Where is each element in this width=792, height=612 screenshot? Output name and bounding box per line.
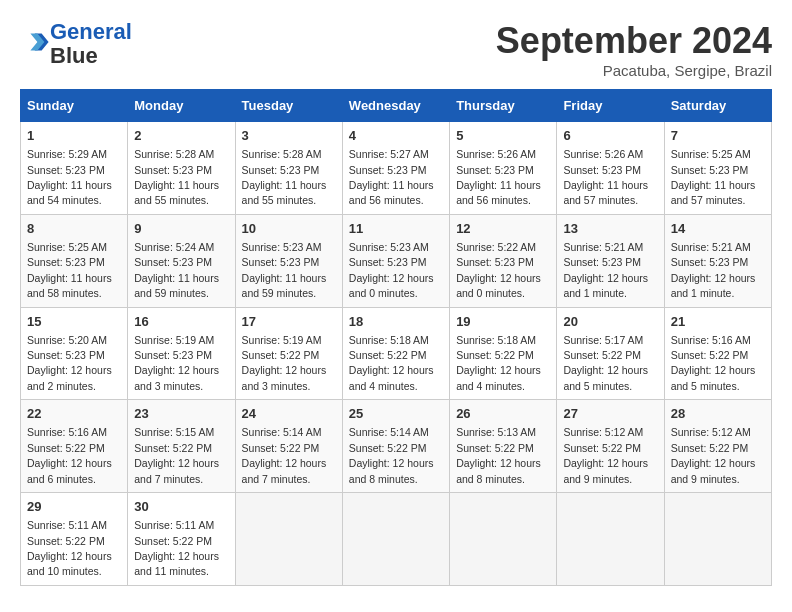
day-info: Sunrise: 5:13 AMSunset: 5:22 PMDaylight:…: [456, 426, 541, 484]
calendar-cell: 20Sunrise: 5:17 AMSunset: 5:22 PMDayligh…: [557, 307, 664, 400]
calendar-cell: [342, 493, 449, 586]
header-thursday: Thursday: [450, 90, 557, 122]
day-info: Sunrise: 5:18 AMSunset: 5:22 PMDaylight:…: [456, 334, 541, 392]
day-info: Sunrise: 5:20 AMSunset: 5:23 PMDaylight:…: [27, 334, 112, 392]
calendar-cell: 12Sunrise: 5:22 AMSunset: 5:23 PMDayligh…: [450, 214, 557, 307]
day-info: Sunrise: 5:19 AMSunset: 5:22 PMDaylight:…: [242, 334, 327, 392]
day-number: 26: [456, 405, 550, 423]
calendar-cell: 1Sunrise: 5:29 AMSunset: 5:23 PMDaylight…: [21, 122, 128, 215]
calendar-cell: 13Sunrise: 5:21 AMSunset: 5:23 PMDayligh…: [557, 214, 664, 307]
calendar-cell: 18Sunrise: 5:18 AMSunset: 5:22 PMDayligh…: [342, 307, 449, 400]
day-info: Sunrise: 5:16 AMSunset: 5:22 PMDaylight:…: [671, 334, 756, 392]
header-saturday: Saturday: [664, 90, 771, 122]
day-info: Sunrise: 5:22 AMSunset: 5:23 PMDaylight:…: [456, 241, 541, 299]
day-number: 3: [242, 127, 336, 145]
calendar-cell: 4Sunrise: 5:27 AMSunset: 5:23 PMDaylight…: [342, 122, 449, 215]
day-number: 5: [456, 127, 550, 145]
calendar-cell: 21Sunrise: 5:16 AMSunset: 5:22 PMDayligh…: [664, 307, 771, 400]
header-sunday: Sunday: [21, 90, 128, 122]
day-number: 29: [27, 498, 121, 516]
calendar-cell: 11Sunrise: 5:23 AMSunset: 5:23 PMDayligh…: [342, 214, 449, 307]
header-tuesday: Tuesday: [235, 90, 342, 122]
day-number: 14: [671, 220, 765, 238]
calendar-cell: 30Sunrise: 5:11 AMSunset: 5:22 PMDayligh…: [128, 493, 235, 586]
day-info: Sunrise: 5:12 AMSunset: 5:22 PMDaylight:…: [563, 426, 648, 484]
day-info: Sunrise: 5:26 AMSunset: 5:23 PMDaylight:…: [456, 148, 541, 206]
calendar-cell: 5Sunrise: 5:26 AMSunset: 5:23 PMDaylight…: [450, 122, 557, 215]
day-number: 20: [563, 313, 657, 331]
day-number: 27: [563, 405, 657, 423]
day-number: 22: [27, 405, 121, 423]
calendar-cell: 10Sunrise: 5:23 AMSunset: 5:23 PMDayligh…: [235, 214, 342, 307]
calendar-cell: 7Sunrise: 5:25 AMSunset: 5:23 PMDaylight…: [664, 122, 771, 215]
day-number: 21: [671, 313, 765, 331]
header-wednesday: Wednesday: [342, 90, 449, 122]
calendar-header-row: Sunday Monday Tuesday Wednesday Thursday…: [21, 90, 772, 122]
page-header: GeneralBlue September 2024 Pacatuba, Ser…: [20, 20, 772, 79]
day-number: 9: [134, 220, 228, 238]
day-number: 13: [563, 220, 657, 238]
calendar-row: 15Sunrise: 5:20 AMSunset: 5:23 PMDayligh…: [21, 307, 772, 400]
day-info: Sunrise: 5:16 AMSunset: 5:22 PMDaylight:…: [27, 426, 112, 484]
day-info: Sunrise: 5:28 AMSunset: 5:23 PMDaylight:…: [134, 148, 219, 206]
day-number: 23: [134, 405, 228, 423]
month-title: September 2024: [496, 20, 772, 62]
day-number: 2: [134, 127, 228, 145]
day-info: Sunrise: 5:23 AMSunset: 5:23 PMDaylight:…: [242, 241, 327, 299]
day-number: 1: [27, 127, 121, 145]
calendar-cell: 17Sunrise: 5:19 AMSunset: 5:22 PMDayligh…: [235, 307, 342, 400]
day-number: 16: [134, 313, 228, 331]
day-number: 4: [349, 127, 443, 145]
calendar-cell: 9Sunrise: 5:24 AMSunset: 5:23 PMDaylight…: [128, 214, 235, 307]
calendar-cell: 16Sunrise: 5:19 AMSunset: 5:23 PMDayligh…: [128, 307, 235, 400]
day-info: Sunrise: 5:23 AMSunset: 5:23 PMDaylight:…: [349, 241, 434, 299]
day-info: Sunrise: 5:25 AMSunset: 5:23 PMDaylight:…: [671, 148, 756, 206]
logo-icon: [22, 28, 50, 56]
day-number: 25: [349, 405, 443, 423]
day-number: 10: [242, 220, 336, 238]
calendar-row: 22Sunrise: 5:16 AMSunset: 5:22 PMDayligh…: [21, 400, 772, 493]
calendar-row: 29Sunrise: 5:11 AMSunset: 5:22 PMDayligh…: [21, 493, 772, 586]
day-number: 15: [27, 313, 121, 331]
header-monday: Monday: [128, 90, 235, 122]
calendar-cell: 26Sunrise: 5:13 AMSunset: 5:22 PMDayligh…: [450, 400, 557, 493]
day-info: Sunrise: 5:11 AMSunset: 5:22 PMDaylight:…: [27, 519, 112, 577]
day-number: 19: [456, 313, 550, 331]
day-number: 24: [242, 405, 336, 423]
calendar-cell: 15Sunrise: 5:20 AMSunset: 5:23 PMDayligh…: [21, 307, 128, 400]
day-info: Sunrise: 5:21 AMSunset: 5:23 PMDaylight:…: [563, 241, 648, 299]
day-number: 30: [134, 498, 228, 516]
calendar-cell: 6Sunrise: 5:26 AMSunset: 5:23 PMDaylight…: [557, 122, 664, 215]
day-info: Sunrise: 5:12 AMSunset: 5:22 PMDaylight:…: [671, 426, 756, 484]
location: Pacatuba, Sergipe, Brazil: [496, 62, 772, 79]
calendar-cell: [450, 493, 557, 586]
day-info: Sunrise: 5:14 AMSunset: 5:22 PMDaylight:…: [242, 426, 327, 484]
calendar-cell: [235, 493, 342, 586]
logo: GeneralBlue: [20, 20, 132, 68]
day-number: 12: [456, 220, 550, 238]
day-number: 11: [349, 220, 443, 238]
day-info: Sunrise: 5:15 AMSunset: 5:22 PMDaylight:…: [134, 426, 219, 484]
calendar-cell: 24Sunrise: 5:14 AMSunset: 5:22 PMDayligh…: [235, 400, 342, 493]
day-number: 8: [27, 220, 121, 238]
logo-text: GeneralBlue: [50, 20, 132, 68]
calendar-cell: 25Sunrise: 5:14 AMSunset: 5:22 PMDayligh…: [342, 400, 449, 493]
day-info: Sunrise: 5:28 AMSunset: 5:23 PMDaylight:…: [242, 148, 327, 206]
calendar-table: Sunday Monday Tuesday Wednesday Thursday…: [20, 89, 772, 586]
calendar-cell: [664, 493, 771, 586]
calendar-cell: 14Sunrise: 5:21 AMSunset: 5:23 PMDayligh…: [664, 214, 771, 307]
day-number: 7: [671, 127, 765, 145]
calendar-cell: 22Sunrise: 5:16 AMSunset: 5:22 PMDayligh…: [21, 400, 128, 493]
calendar-cell: 28Sunrise: 5:12 AMSunset: 5:22 PMDayligh…: [664, 400, 771, 493]
calendar-cell: 27Sunrise: 5:12 AMSunset: 5:22 PMDayligh…: [557, 400, 664, 493]
calendar-cell: 3Sunrise: 5:28 AMSunset: 5:23 PMDaylight…: [235, 122, 342, 215]
day-info: Sunrise: 5:18 AMSunset: 5:22 PMDaylight:…: [349, 334, 434, 392]
day-info: Sunrise: 5:25 AMSunset: 5:23 PMDaylight:…: [27, 241, 112, 299]
day-info: Sunrise: 5:29 AMSunset: 5:23 PMDaylight:…: [27, 148, 112, 206]
title-area: September 2024 Pacatuba, Sergipe, Brazil: [496, 20, 772, 79]
day-number: 6: [563, 127, 657, 145]
calendar-row: 8Sunrise: 5:25 AMSunset: 5:23 PMDaylight…: [21, 214, 772, 307]
calendar-cell: [557, 493, 664, 586]
day-number: 28: [671, 405, 765, 423]
day-info: Sunrise: 5:11 AMSunset: 5:22 PMDaylight:…: [134, 519, 219, 577]
